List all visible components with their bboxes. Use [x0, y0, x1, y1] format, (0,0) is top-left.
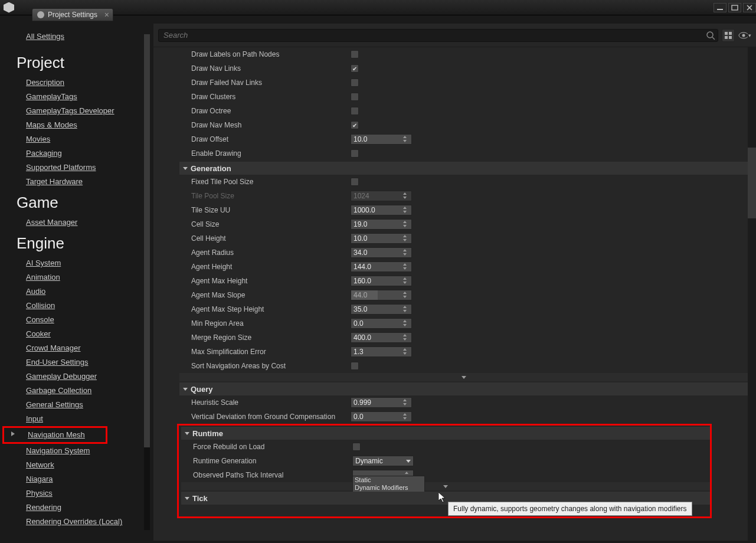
disclosure-icon	[11, 431, 15, 436]
number-input[interactable]: 34.0	[351, 247, 412, 258]
maximize-button[interactable]	[728, 3, 741, 12]
svg-rect-8	[725, 36, 728, 39]
dropdown-option[interactable]: Static	[353, 476, 424, 484]
minimize-button[interactable]	[714, 3, 726, 12]
sidebar-item-rendering-overrides-local-[interactable]: Rendering Overrides (Local)	[18, 515, 148, 529]
checkbox[interactable]	[352, 443, 361, 451]
sidebar-item-garbage-collection[interactable]: Garbage Collection	[18, 384, 148, 398]
spinner-icon[interactable]	[402, 263, 410, 271]
checkbox[interactable]	[351, 121, 359, 129]
sidebar-scrollbar[interactable]	[144, 34, 150, 530]
sidebar-item-cooker[interactable]: Cooker	[18, 327, 148, 341]
spinner-icon[interactable]	[402, 291, 410, 299]
spinner-icon[interactable]	[402, 305, 410, 313]
sidebar-all-settings[interactable]: All Settings	[26, 32, 64, 41]
number-input[interactable]: 10.0	[351, 134, 412, 145]
checkbox[interactable]	[351, 178, 359, 186]
sidebar-item-ai-system[interactable]: AI System	[18, 256, 148, 270]
spinner-icon[interactable]	[402, 398, 410, 407]
sidebar-item-movies[interactable]: Movies	[18, 132, 148, 146]
sidebar-item-network[interactable]: Network	[18, 458, 148, 472]
number-input[interactable]: 19.0	[351, 219, 412, 230]
spinner-icon[interactable]	[402, 333, 410, 342]
number-input[interactable]: 35.0	[351, 304, 412, 315]
checkbox[interactable]	[351, 64, 359, 73]
section-generation[interactable]: Generation	[179, 162, 748, 175]
spinner-icon[interactable]	[402, 248, 410, 257]
number-input[interactable]: 144.0	[351, 261, 412, 272]
sidebar-item-rendering[interactable]: Rendering	[18, 501, 148, 515]
checkbox[interactable]	[351, 107, 359, 115]
sidebar-item-gameplaytags[interactable]: GameplayTags	[18, 90, 148, 104]
number-input[interactable]: 0.0	[351, 318, 412, 329]
property-label: Draw Labels on Path Nodes	[179, 50, 351, 58]
sidebar-item-packaging[interactable]: Packaging	[18, 146, 148, 161]
number-input[interactable]: 1.3	[351, 346, 412, 357]
spinner-icon[interactable]	[402, 135, 410, 143]
dropdown-option[interactable]: Dynamic Modifiers Only	[353, 484, 424, 492]
sidebar-item-asset-manager[interactable]: Asset Manager	[18, 215, 148, 230]
checkbox[interactable]	[351, 78, 359, 87]
property-row: Agent Max Slope44.0	[179, 288, 748, 302]
property-label: Agent Radius	[179, 248, 351, 257]
checkbox[interactable]	[351, 50, 359, 58]
number-input[interactable]: 0.0	[351, 411, 412, 422]
sidebar-item-console[interactable]: Console	[18, 313, 148, 327]
number-input[interactable]: 160.0	[351, 276, 412, 286]
property-row: Sort Navigation Areas by Cost	[179, 359, 748, 373]
section-runtime[interactable]: Runtime	[181, 427, 710, 440]
spinner-icon[interactable]	[402, 206, 410, 214]
sidebar-item-collision[interactable]: Collision	[18, 299, 148, 313]
sidebar-item-crowd-manager[interactable]: Crowd Manager	[18, 341, 148, 355]
sidebar-item-maps-modes[interactable]: Maps & Modes	[18, 118, 148, 132]
close-button[interactable]	[743, 3, 756, 12]
svg-point-4	[707, 32, 713, 38]
checkbox[interactable]	[351, 93, 359, 101]
number-input[interactable]: 10.0	[351, 233, 412, 244]
sidebar-item-audio[interactable]: Audio	[18, 284, 148, 299]
sidebar-item-navigation-system[interactable]: Navigation System	[18, 444, 148, 458]
tab-close-icon[interactable]: ×	[104, 10, 109, 19]
sidebar-item-target-hardware[interactable]: Target Hardware	[18, 175, 148, 189]
expand-advanced-generation[interactable]	[179, 373, 748, 381]
sidebar-item-gameplay-debugger[interactable]: Gameplay Debugger	[18, 369, 148, 384]
search-input[interactable]: Search	[158, 29, 718, 42]
sidebar-item-niagara[interactable]: Niagara	[18, 472, 148, 486]
spinner-icon[interactable]	[402, 220, 410, 228]
spinner-icon[interactable]	[402, 413, 410, 421]
sidebar-item-physics[interactable]: Physics	[18, 486, 148, 501]
sidebar-item-general-settings[interactable]: General Settings	[18, 398, 148, 412]
spinner-icon[interactable]	[402, 234, 410, 243]
expand-advanced-runtime[interactable]	[181, 482, 710, 490]
sidebar: All Settings ProjectDescriptionGameplayT…	[0, 24, 153, 541]
content-scrollbar[interactable]	[748, 47, 756, 541]
tab-project-settings[interactable]: Project Settings ×	[32, 8, 113, 21]
app-logo-icon	[4, 2, 14, 13]
property-label: Enable Drawing	[179, 149, 351, 158]
number-input[interactable]: 0.999	[351, 397, 412, 408]
tooltip: Fully dynamic, supports geometry changes…	[448, 502, 692, 516]
checkbox[interactable]	[351, 149, 359, 158]
spinner-icon[interactable]	[402, 319, 410, 328]
checkbox[interactable]	[351, 362, 359, 370]
section-query[interactable]: Query	[179, 382, 748, 395]
sidebar-item-gameplaytags-developer[interactable]: GameplayTags Developer	[18, 104, 148, 118]
spinner-icon[interactable]	[402, 192, 410, 200]
sidebar-item-navigation-mesh[interactable]: Navigation Mesh	[18, 428, 106, 442]
visibility-button[interactable]: ▾	[738, 29, 751, 42]
sidebar-item-description[interactable]: Description	[18, 76, 148, 90]
spinner-icon[interactable]	[402, 277, 410, 285]
view-grid-button[interactable]	[722, 29, 735, 42]
sidebar-item-supported-platforms[interactable]: Supported Platforms	[18, 161, 148, 175]
sidebar-item-input[interactable]: Input	[18, 412, 148, 426]
sidebar-item-animation[interactable]: Animation	[18, 270, 148, 284]
number-input[interactable]: 400.0	[351, 332, 412, 343]
property-label: Cell Height	[179, 234, 351, 243]
number-input[interactable]: 1000.0	[351, 205, 412, 215]
property-label: Merge Region Size	[179, 333, 351, 342]
spinner-icon[interactable]	[402, 348, 410, 356]
svg-rect-1	[732, 5, 738, 10]
number-input[interactable]: 44.0	[351, 290, 412, 300]
dropdown[interactable]: Dynamic	[352, 456, 414, 466]
sidebar-item-end-user-settings[interactable]: End-User Settings	[18, 355, 148, 369]
